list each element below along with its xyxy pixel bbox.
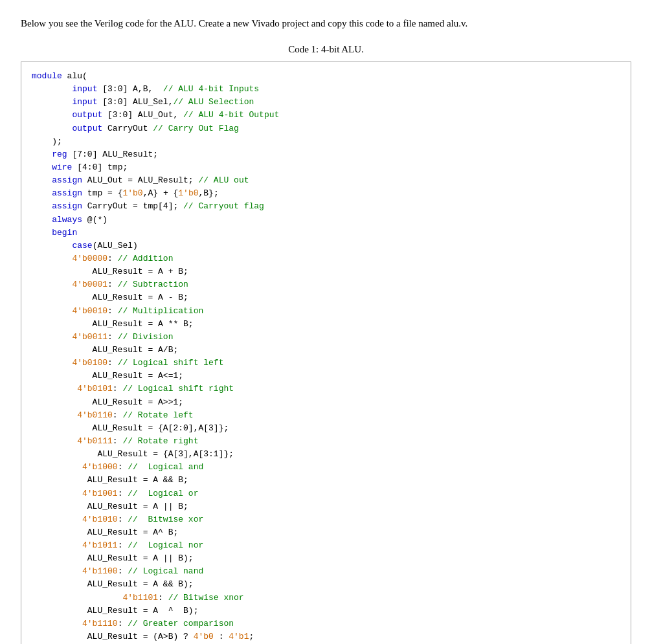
code-line-3: input [3:0] ALU_Sel,// ALU Selection: [32, 96, 620, 109]
code-line-11: assign CarryOut = tmp[4]; // Carryout fl…: [32, 200, 620, 213]
code-line-9: assign ALU_Out = ALU_Result; // ALU out: [32, 174, 620, 187]
code-line-5: output CarryOut // Carry Out Flag: [32, 122, 620, 135]
code-line-7: reg [7:0] ALU_Result;: [32, 148, 620, 161]
code-block: module alu( input [3:0] A,B, // ALU 4-bi…: [21, 61, 631, 644]
code-line-1: module alu(: [32, 70, 620, 83]
code-line-10: assign tmp = {1'b0,A} + {1'b0,B};: [32, 187, 620, 200]
code-line-2: input [3:0] A,B, // ALU 4-bit Inputs: [32, 83, 620, 96]
code-line-22: ALU_Result = A/B;: [32, 344, 620, 357]
code-line-24: ALU_Result = A<=1;: [32, 370, 620, 383]
code-line-21: 4'b0011: // Division: [32, 331, 620, 344]
code-line-13: begin: [32, 227, 620, 239]
intro-paragraph: Below you see the Verilog code for the A…: [21, 16, 631, 31]
code-line-19: 4'b0010: // Multiplication: [32, 305, 620, 318]
code-line-12: always @(*): [32, 214, 620, 227]
code-line-40: ALU_Result = A && B);: [32, 578, 620, 591]
code-line-32: ALU_Result = A && B;: [32, 474, 620, 487]
code-line-29: 4'b0111: // Rotate right: [32, 435, 620, 448]
code-line-35: 4'b1010: // Bitwise xor: [32, 513, 620, 526]
code-line-26: ALU_Result = A>>1;: [32, 396, 620, 409]
code-line-14: case(ALU_Sel): [32, 239, 620, 252]
code-line-16: ALU_Result = A + B;: [32, 265, 620, 278]
code-line-20: ALU_Result = A ** B;: [32, 318, 620, 331]
code-line-8: wire [4:0] tmp;: [32, 161, 620, 174]
code-line-37: 4'b1011: // Logical nor: [32, 539, 620, 552]
code-line-44: ALU_Result = (A>B) ? 4'b0 : 4'b1;: [32, 630, 620, 643]
code-line-41: 4'b1101: // Bitwise xnor: [32, 592, 620, 605]
code-line-36: ALU_Result = A^ B;: [32, 526, 620, 539]
code-line-6: );: [32, 135, 620, 148]
code-line-34: ALU_Result = A || B;: [32, 500, 620, 513]
code-line-4: output [3:0] ALU_Out, // ALU 4-bit Outpu…: [32, 109, 620, 122]
code-line-25: 4'b0101: // Logical shift right: [32, 383, 620, 395]
code-line-18: ALU_Result = A - B;: [32, 291, 620, 304]
code-line-15: 4'b0000: // Addition: [32, 252, 620, 265]
code-line-33: 4'b1001: // Logical or: [32, 487, 620, 500]
code-line-27: 4'b0110: // Rotate left: [32, 409, 620, 422]
code-line-28: ALU_Result = {A[2:0],A[3]};: [32, 422, 620, 435]
code-line-17: 4'b0001: // Subtraction: [32, 278, 620, 291]
code-caption: Code 1: 4-bit ALU.: [21, 44, 631, 55]
code-line-30: ALU_Result = {A[3],A[3:1]};: [32, 448, 620, 461]
code-line-38: ALU_Result = A || B);: [32, 552, 620, 565]
code-line-42: ALU_Result = A ^ B);: [32, 605, 620, 617]
code-line-31: 4'b1000: // Logical and: [32, 461, 620, 474]
code-line-43: 4'b1110: // Greater comparison: [32, 617, 620, 630]
code-line-23: 4'b0100: // Logical shift left: [32, 357, 620, 370]
code-line-39: 4'b1100: // Logical nand: [32, 565, 620, 578]
